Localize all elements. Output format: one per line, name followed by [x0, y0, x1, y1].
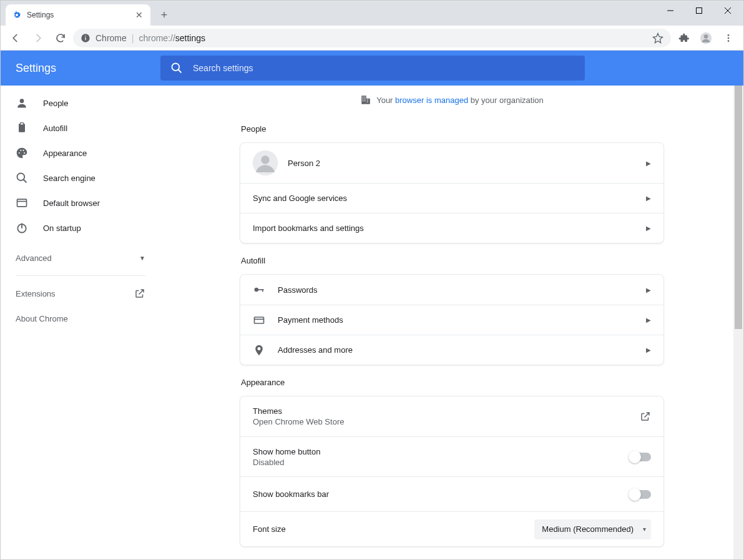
site-info-icon[interactable]: [81, 33, 91, 43]
themes-row[interactable]: Themes Open Chrome Web Store: [240, 396, 663, 436]
search-settings-input[interactable]: [193, 63, 575, 73]
section-title-appearance: Appearance: [241, 378, 664, 387]
sidebar-item-label: Appearance: [43, 149, 87, 158]
profile-avatar-icon[interactable]: [696, 28, 716, 48]
svg-rect-33: [363, 101, 364, 102]
svg-rect-41: [262, 289, 263, 292]
titlebar: Settings ✕ +: [1, 1, 743, 26]
divider: [16, 275, 145, 276]
svg-line-13: [179, 70, 182, 73]
bookmarks-bar-row[interactable]: Show bookmarks bar: [240, 476, 663, 511]
themes-label: Themes: [253, 406, 344, 416]
browser-tab[interactable]: Settings ✕: [6, 4, 150, 26]
credit-card-icon: [253, 314, 278, 327]
addresses-label: Addresses and more: [278, 345, 353, 355]
close-window-button[interactable]: [713, 1, 742, 21]
sidebar-extensions[interactable]: Extensions: [1, 281, 160, 306]
banner-managed-link[interactable]: browser is managed: [395, 96, 468, 105]
new-tab-button[interactable]: +: [155, 6, 173, 24]
sidebar-advanced[interactable]: Advanced ▼: [1, 245, 160, 270]
power-icon: [16, 222, 28, 234]
back-button[interactable]: [6, 28, 26, 48]
chevron-right-icon: ▶: [646, 317, 651, 323]
payment-row[interactable]: Payment methods ▶: [240, 305, 663, 335]
browser-icon: [16, 197, 28, 209]
settings-gear-icon: [12, 10, 22, 20]
settings-header: Settings: [1, 51, 743, 86]
svg-point-18: [20, 150, 21, 151]
menu-icon[interactable]: [718, 28, 738, 48]
search-icon: [16, 172, 28, 184]
home-button-state: Disabled: [253, 458, 320, 467]
svg-point-20: [24, 152, 25, 154]
open-external-icon: [640, 411, 651, 422]
appearance-card: Themes Open Chrome Web Store Show home b…: [240, 396, 664, 547]
home-button-label: Show home button: [253, 447, 320, 456]
extensions-icon[interactable]: [673, 28, 693, 48]
search-icon: [170, 62, 183, 74]
import-row[interactable]: Import bookmarks and settings ▶: [240, 213, 663, 243]
key-icon: [253, 283, 278, 296]
reload-button[interactable]: [51, 28, 71, 48]
open-external-icon: [134, 288, 145, 299]
address-bar[interactable]: Chrome | chrome://settings: [73, 29, 671, 47]
minimize-button[interactable]: [656, 1, 685, 21]
profile-row[interactable]: Person 2 ▶: [240, 143, 663, 183]
toolbar: Chrome | chrome://settings: [1, 26, 743, 51]
sidebar-item-autofill[interactable]: Autofill: [1, 115, 160, 140]
svg-point-12: [172, 64, 180, 71]
banner-suffix: by your organization: [468, 96, 544, 105]
person-icon: [16, 97, 28, 109]
scrollbar[interactable]: [733, 86, 743, 559]
svg-rect-23: [17, 199, 27, 207]
addresses-row[interactable]: Addresses and more ▶: [240, 335, 663, 365]
home-button-row[interactable]: Show home button Disabled: [240, 436, 663, 476]
svg-line-22: [24, 180, 27, 183]
svg-rect-1: [697, 8, 702, 14]
forward-button[interactable]: [28, 28, 48, 48]
people-card: Person 2 ▶ Sync and Google services ▶ Im…: [240, 142, 664, 243]
svg-rect-29: [363, 97, 364, 98]
profile-name: Person 2: [288, 159, 320, 168]
sidebar-item-label: On startup: [43, 224, 81, 233]
banner-prefix: Your: [376, 96, 395, 105]
sidebar-about-chrome[interactable]: About Chrome: [1, 306, 160, 331]
sidebar-item-people[interactable]: People: [1, 91, 160, 115]
svg-rect-35: [367, 99, 368, 101]
svg-point-21: [17, 174, 25, 181]
chevron-right-icon: ▶: [646, 225, 651, 232]
font-size-row: Font size Medium (Recommended): [240, 511, 663, 546]
section-title-autofill: Autofill: [241, 256, 664, 265]
avatar-icon: [253, 150, 278, 175]
svg-point-38: [261, 155, 269, 164]
bookmarks-bar-label: Show bookmarks bar: [253, 489, 329, 499]
url-path: settings: [175, 33, 205, 43]
bookmarks-bar-toggle[interactable]: [630, 490, 651, 499]
sidebar-item-on-startup[interactable]: On startup: [1, 215, 160, 240]
bookmark-star-icon[interactable]: [652, 32, 663, 44]
sync-label: Sync and Google services: [253, 194, 347, 203]
svg-rect-5: [85, 37, 86, 40]
import-label: Import bookmarks and settings: [253, 224, 364, 233]
chevron-right-icon: ▶: [646, 287, 651, 293]
sidebar-item-appearance[interactable]: Appearance: [1, 140, 160, 165]
settings-sidebar: People Autofill Appearance Search engine…: [1, 86, 160, 559]
url-scheme: chrome://: [139, 33, 175, 43]
settings-header-title: Settings: [1, 62, 160, 75]
maximize-button[interactable]: [685, 1, 713, 21]
svg-rect-6: [85, 36, 86, 36]
font-size-dropdown[interactable]: Medium (Recommended): [534, 519, 651, 539]
managed-org-icon: [360, 94, 371, 106]
home-button-toggle[interactable]: [630, 453, 651, 461]
svg-rect-31: [363, 99, 364, 100]
palette-icon: [16, 147, 28, 159]
svg-point-8: [704, 34, 708, 39]
sidebar-item-search-engine[interactable]: Search engine: [1, 165, 160, 190]
sidebar-item-default-browser[interactable]: Default browser: [1, 190, 160, 215]
search-settings-box[interactable]: [160, 56, 585, 81]
chevron-right-icon: ▶: [646, 195, 651, 202]
font-size-value: Medium (Recommended): [542, 524, 634, 534]
passwords-row[interactable]: Passwords ▶: [240, 275, 663, 305]
close-tab-icon[interactable]: ✕: [134, 10, 144, 20]
sync-row[interactable]: Sync and Google services ▶: [240, 183, 663, 213]
